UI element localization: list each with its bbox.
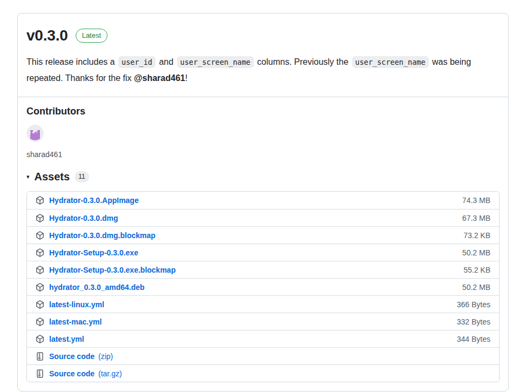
asset-size: 50.2 MB: [462, 283, 490, 292]
identicon-avatar: [26, 125, 44, 142]
asset-row: Source code (zip): [27, 347, 499, 364]
asset-row: Source code (tar.gz): [27, 364, 499, 382]
asset-size: 74.3 MB: [462, 196, 490, 205]
avatar[interactable]: [26, 125, 44, 142]
inline-code: user_screen_name: [352, 56, 429, 68]
description-text: columns. Previously the: [255, 57, 351, 66]
assets-count-badge: 11: [75, 171, 89, 183]
asset-size: 73.2 KB: [463, 231, 490, 240]
asset-size: 332 Bytes: [457, 317, 490, 326]
latest-badge: Latest: [76, 29, 107, 43]
release-body: Contributors sharad461 ▾ Assets 11 Hydra…: [18, 97, 508, 391]
package-icon: [36, 266, 44, 274]
asset-download-link[interactable]: Source code: [49, 369, 95, 378]
asset-row: latest-linux.yml 366 Bytes: [27, 295, 499, 313]
release-title: v0.3.0: [26, 27, 68, 44]
contributor-name: sharad461: [26, 150, 500, 159]
asset-row: Hydrator-0.3.0.AppImage 74.3 MB: [27, 192, 499, 209]
package-icon: [36, 214, 44, 222]
contributors-heading: Contributors: [26, 106, 500, 117]
release-title-row: v0.3.0 Latest: [26, 27, 500, 44]
asset-download-link[interactable]: Hydrator-0.3.0.dmg: [49, 214, 118, 222]
asset-size: 67.3 MB: [462, 214, 490, 222]
assets-heading: Assets: [35, 171, 70, 183]
description-text: and: [157, 57, 176, 66]
asset-download-link[interactable]: Hydrator-Setup-0.3.0.exe.blockmap: [49, 266, 176, 274]
asset-row: hydrator_0.3.0_amd64.deb 50.2 MB: [27, 278, 499, 295]
asset-download-link[interactable]: Source code: [49, 352, 95, 361]
asset-row: latest.yml 344 Bytes: [27, 330, 499, 347]
asset-size: 50.2 MB: [462, 248, 490, 257]
asset-download-link[interactable]: Hydrator-Setup-0.3.0.exe: [49, 248, 138, 257]
asset-size: 344 Bytes: [457, 335, 490, 343]
package-icon: [36, 231, 44, 240]
package-icon: [36, 335, 44, 343]
asset-row: Hydrator-Setup-0.3.0.exe 50.2 MB: [27, 244, 499, 261]
asset-size: 366 Bytes: [457, 300, 490, 309]
asset-download-link[interactable]: latest.yml: [49, 335, 84, 343]
asset-download-link[interactable]: hydrator_0.3.0_amd64.deb: [49, 283, 145, 292]
release-description: This release includes a user_id and user…: [26, 54, 475, 86]
file-zip-icon: [36, 369, 44, 378]
assets-toggle[interactable]: ▾ Assets 11: [26, 171, 500, 183]
package-icon: [36, 300, 44, 309]
asset-row: Hydrator-0.3.0.dmg 67.3 MB: [27, 209, 499, 226]
package-icon: [36, 196, 44, 205]
asset-download-link[interactable]: latest-linux.yml: [49, 300, 104, 309]
inline-code: user_screen_name: [177, 56, 254, 68]
asset-download-link[interactable]: Hydrator-0.3.0.dmg.blockmap: [49, 231, 156, 240]
release-card: v0.3.0 Latest This release includes a us…: [17, 13, 509, 391]
user-mention-link[interactable]: @sharad461: [134, 73, 185, 83]
asset-size: 55.2 KB: [463, 266, 490, 274]
asset-suffix-link[interactable]: (tar.gz): [98, 369, 122, 378]
inline-code: user_id: [118, 56, 156, 68]
release-header: v0.3.0 Latest This release includes a us…: [18, 13, 508, 97]
description-text: This release includes a: [26, 57, 117, 66]
asset-download-link[interactable]: latest-mac.yml: [49, 317, 102, 326]
package-icon: [36, 283, 44, 292]
asset-row: latest-mac.yml 332 Bytes: [27, 313, 499, 330]
package-icon: [36, 317, 44, 326]
asset-download-link[interactable]: Hydrator-0.3.0.AppImage: [49, 196, 139, 205]
description-text: !: [185, 73, 187, 83]
assets-table: Hydrator-0.3.0.AppImage 74.3 MB Hydrator…: [26, 191, 500, 382]
asset-suffix-link[interactable]: (zip): [98, 352, 113, 361]
asset-row: Hydrator-Setup-0.3.0.exe.blockmap 55.2 K…: [27, 261, 499, 278]
caret-down-icon: ▾: [26, 173, 30, 180]
file-zip-icon: [36, 352, 44, 361]
asset-row: Hydrator-0.3.0.dmg.blockmap 73.2 KB: [27, 226, 499, 244]
package-icon: [36, 248, 44, 257]
